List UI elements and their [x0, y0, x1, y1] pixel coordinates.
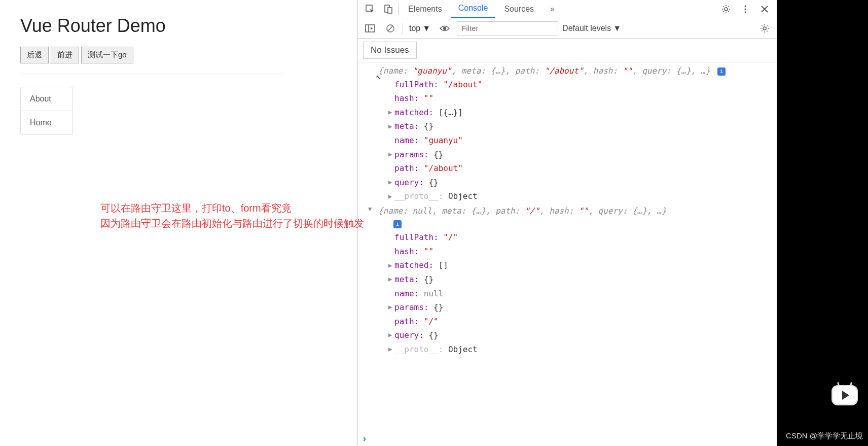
annotation-text: 可以在路由守卫这里，打印to、form看究竟 因为路由守卫会在路由初始化与路由进…	[100, 200, 364, 231]
right-strip: CSDN @学学学无止境	[777, 0, 868, 446]
cursor-icon: ↖	[376, 70, 381, 84]
button-row: 后退 前进 测试一下go	[20, 47, 337, 63]
log-object-1[interactable]: ↖ {name: "guanyu", meta: {…}, path: "/ab…	[363, 64, 772, 203]
back-button[interactable]: 后退	[20, 47, 49, 63]
sidebar-toggle-icon[interactable]	[362, 20, 378, 37]
prop-params[interactable]: ▶params: {}	[388, 300, 772, 315]
tab-console[interactable]: Console	[451, 0, 495, 18]
prop-name[interactable]: ▶name: "guanyu"	[388, 133, 772, 148]
svg-point-3	[725, 8, 728, 11]
levels-select[interactable]: Default levels ▼	[562, 24, 621, 33]
test-go-button[interactable]: 测试一下go	[81, 47, 133, 63]
svg-point-9	[443, 27, 446, 30]
prop-name[interactable]: ▶name: null	[388, 287, 772, 301]
svg-point-6	[745, 11, 746, 13]
prop-fullpath[interactable]: ▶fullPath: "/"	[388, 230, 772, 245]
object-properties: ▶fullPath: "/about" ▶hash: "" ▶matched: …	[378, 78, 772, 203]
dropdown-icon: ▼	[613, 24, 621, 33]
nav-item-home[interactable]: Home	[21, 111, 73, 134]
prop-query[interactable]: ▶query: {}	[388, 176, 772, 190]
object-summary: {name: null, meta: {…}, path: "/", hash:…	[378, 206, 666, 216]
prop-fullpath[interactable]: ▶fullPath: "/about"	[388, 78, 772, 92]
annotation-line-2: 因为路由守卫会在路由初始化与路由进行了切换的时候触发	[100, 216, 364, 231]
dropdown-icon: ▼	[422, 24, 430, 33]
console-settings-icon[interactable]	[756, 20, 773, 37]
prop-hash[interactable]: ▶hash: ""	[388, 91, 772, 106]
context-select[interactable]: top ▼	[407, 24, 432, 33]
watermark-text: CSDN @学学学无止境	[786, 431, 863, 441]
settings-icon[interactable]	[718, 1, 734, 17]
tab-more[interactable]: »	[543, 1, 562, 18]
prop-matched[interactable]: ▶matched: []	[388, 258, 772, 272]
separator	[403, 23, 403, 34]
clear-console-icon[interactable]	[382, 20, 399, 37]
tabs-right	[718, 1, 773, 17]
log-object-2[interactable]: ▼ {name: null, meta: {…}, path: "/", has…	[363, 204, 772, 357]
devtools-tabs: Elements Console Sources »	[358, 0, 777, 18]
annotation-line-1: 可以在路由守卫这里，打印to、form看究竟	[100, 200, 364, 216]
svg-rect-7	[366, 25, 375, 32]
prop-params[interactable]: ▶params: {}	[388, 148, 772, 162]
object-summary: {name: "guanyu", meta: {…}, path: "/abou…	[378, 66, 715, 76]
nav-item-about[interactable]: About	[21, 87, 73, 111]
inspect-icon[interactable]	[362, 1, 378, 17]
app-page: Vue Router Demo 后退 前进 测试一下go About Home …	[0, 0, 357, 446]
info-icon[interactable]: i	[393, 220, 402, 228]
kebab-icon[interactable]	[737, 1, 753, 17]
prop-proto[interactable]: ▶__proto__: Object	[388, 342, 772, 357]
nav-list: About Home	[20, 87, 73, 135]
prop-meta[interactable]: ▶meta: {}	[388, 119, 772, 133]
object-properties: ▶fullPath: "/" ▶hash: "" ▶matched: [] ▶m…	[378, 230, 772, 356]
devtools-panel: Elements Console Sources » top ▼	[357, 0, 777, 446]
prop-matched[interactable]: ▶matched: [{…}]	[388, 106, 772, 120]
page-title: Vue Router Demo	[20, 15, 337, 37]
svg-point-5	[745, 8, 746, 10]
context-label: top	[409, 24, 420, 33]
console-output[interactable]: index.js:56 ↖ {name: "guanyu", meta: {…}…	[358, 62, 777, 431]
levels-label: Default levels	[562, 24, 611, 33]
video-badge-icon[interactable]	[831, 385, 858, 405]
console-prompt[interactable]: ›	[358, 431, 777, 446]
eye-icon[interactable]	[437, 20, 453, 37]
console-toolbar: top ▼ Default levels ▼	[358, 18, 777, 39]
prompt-icon: ›	[363, 433, 366, 444]
tab-sources[interactable]: Sources	[497, 1, 541, 18]
prop-hash[interactable]: ▶hash: ""	[388, 245, 772, 259]
filter-input[interactable]	[457, 21, 558, 36]
close-icon[interactable]	[756, 1, 773, 17]
device-icon[interactable]	[380, 1, 396, 17]
prop-query[interactable]: ▶query: {}	[388, 328, 772, 342]
prop-proto[interactable]: ▶__proto__: Object	[388, 189, 772, 203]
forward-button[interactable]: 前进	[51, 47, 79, 63]
prop-path[interactable]: ▶path: "/"	[388, 315, 772, 329]
prop-meta[interactable]: ▶meta: {}	[388, 272, 772, 287]
divider	[20, 74, 284, 74]
issues-bar: No Issues	[358, 39, 777, 62]
no-issues-button[interactable]: No Issues	[363, 42, 417, 59]
info-icon[interactable]: i	[717, 67, 726, 76]
tab-elements[interactable]: Elements	[401, 1, 449, 18]
prop-path[interactable]: ▶path: "/about"	[388, 161, 772, 176]
separator	[399, 4, 399, 15]
svg-point-10	[763, 27, 766, 30]
svg-point-4	[745, 5, 746, 7]
play-icon	[842, 391, 849, 400]
expand-down-icon[interactable]: ▼	[368, 204, 372, 214]
svg-rect-2	[388, 8, 392, 13]
